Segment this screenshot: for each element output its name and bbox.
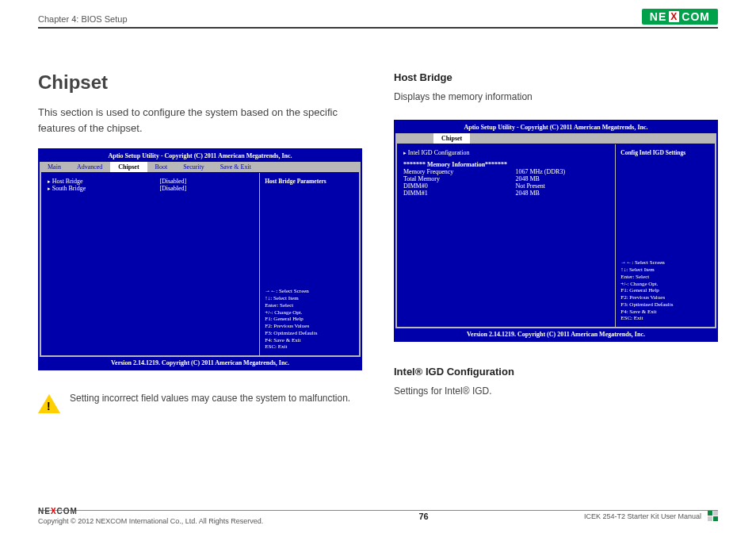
bios-body: Intel IGD Configuration ******* Memory I… xyxy=(397,144,715,327)
bios-row: South Bridge [Disabled] xyxy=(48,185,253,192)
footer-logo: NEXCOM xyxy=(38,507,263,516)
bios-tabs: .. .. Chipset xyxy=(395,133,716,144)
tab-advanced: Advanced xyxy=(69,162,110,172)
copyright-text: Copyright © 2012 NEXCOM International Co… xyxy=(38,517,263,525)
tab-chipset: Chipset xyxy=(433,133,470,144)
chapter-label: Chapter 4: BIOS Setup xyxy=(38,14,128,24)
host-bridge-heading: Host Bridge xyxy=(394,71,718,83)
decoration-squares-icon xyxy=(708,511,718,521)
section-title: Chipset xyxy=(38,71,362,94)
bios-help-title: Config Intel IGD Settings xyxy=(620,149,710,156)
bios-left-pane: Intel IGD Configuration ******* Memory I… xyxy=(397,144,615,327)
page-header: Chapter 4: BIOS Setup NEXCOM xyxy=(38,8,718,24)
bios-title-bar: Aptio Setup Utility - Copyright (C) 2011… xyxy=(395,121,716,133)
igd-desc: Settings for Intel® IGD. xyxy=(394,385,718,397)
header-rule xyxy=(38,27,718,29)
bios-right-pane: Host Bridge Parameters →←: Select Screen… xyxy=(259,173,359,355)
bios-body: Host Bridge [Disabled] South Bridge [Dis… xyxy=(41,172,359,355)
tab-boot: Boot xyxy=(147,162,176,172)
bios-screenshot-right: Aptio Setup Utility - Copyright (C) 2011… xyxy=(394,120,718,342)
warning-icon xyxy=(38,394,60,413)
bios-help-title: Host Bridge Parameters xyxy=(265,178,354,185)
warning-text: Setting incorrect field values may cause… xyxy=(70,393,350,404)
brand-logo: NEXCOM xyxy=(642,9,718,25)
bios-title-bar: Aptio Setup Utility - Copyright (C) 2011… xyxy=(40,150,361,162)
host-bridge-label: Host Bridge xyxy=(48,178,159,185)
bios-bottom-bar: Version 2.14.1219. Copyright (C) 2011 Am… xyxy=(40,357,361,369)
bios-bottom-bar: Version 2.14.1219. Copyright (C) 2011 Am… xyxy=(395,328,716,340)
footer-left: NEXCOM Copyright © 2012 NEXCOM Internati… xyxy=(38,507,263,525)
page-number: 76 xyxy=(418,512,428,521)
igd-heading: Intel® IGD Configuration xyxy=(394,366,718,378)
warning-note: Setting incorrect field values may cause… xyxy=(38,393,362,413)
south-bridge-value: [Disabled] xyxy=(159,185,253,192)
host-bridge-value: [Disabled] xyxy=(159,178,253,185)
bios-screenshot-left: Aptio Setup Utility - Copyright (C) 2011… xyxy=(38,148,362,370)
igd-config-link: Intel IGD Configuration xyxy=(403,149,609,156)
bios-tabs: Main Advanced Chipset Boot Security Save… xyxy=(40,162,361,172)
bios-left-pane: Host Bridge [Disabled] South Bridge [Dis… xyxy=(41,173,259,355)
bios-right-pane: Config Intel IGD Settings →←: Select Scr… xyxy=(615,144,715,327)
south-bridge-label: South Bridge xyxy=(48,185,159,192)
main-content: Chipset This section is used to configur… xyxy=(38,71,718,493)
host-bridge-desc: Displays the memory information xyxy=(394,91,718,102)
tab-main: Main xyxy=(40,162,69,172)
tab-security: Security xyxy=(175,162,212,172)
tab-save-exit: Save & Exit xyxy=(212,162,259,172)
right-column: Host Bridge Displays the memory informat… xyxy=(394,71,718,493)
page-footer: NEXCOM Copyright © 2012 NEXCOM Internati… xyxy=(38,507,718,525)
manual-name: ICEK 254-T2 Starter Kit User Manual xyxy=(584,512,701,520)
bios-key-help: →←: Select Screen ↑↓: Select Item Enter:… xyxy=(620,259,710,322)
section-intro: This section is used to configure the sy… xyxy=(38,105,362,136)
tab-chipset: Chipset xyxy=(110,162,147,172)
bios-row: Host Bridge [Disabled] xyxy=(48,178,253,185)
bios-key-help: →←: Select Screen ↑↓: Select Item Enter:… xyxy=(265,288,354,351)
left-column: Chipset This section is used to configur… xyxy=(38,71,362,493)
mem-info-header: ******* Memory Information******* xyxy=(403,161,609,168)
